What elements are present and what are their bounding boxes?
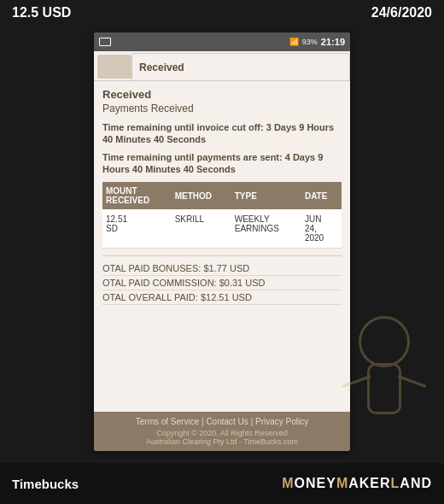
tab-area: Received	[94, 51, 350, 81]
payments-sent-text: Time remaining until payments are sent: …	[102, 151, 342, 176]
amount-label: 12.5 USD	[12, 5, 71, 21]
col-method: METHOD	[172, 182, 231, 209]
col-type: TYPE	[231, 182, 301, 209]
logo-land: L	[391, 476, 400, 490]
logo-money: M	[282, 476, 294, 490]
footer-copyright: Copyright © 2020. All Rights Reserved	[102, 429, 342, 437]
bottom-left-text: Timebucks	[12, 477, 79, 491]
payments-sent-block: Time remaining until payments are sent: …	[102, 151, 342, 176]
col-amount: MOUNTRECEIVED	[102, 182, 172, 209]
privacy-link[interactable]: Privacy Policy	[255, 417, 308, 426]
phone-frame: 📶 93% 21:19 Received Received Payments R…	[94, 32, 350, 451]
status-bar: 📶 93% 21:19	[94, 32, 350, 51]
battery-percent: 93%	[302, 38, 318, 46]
date-label: 24/6/2020	[371, 5, 432, 21]
content-area: Received Payments Received Time remainin…	[94, 81, 350, 312]
table-header: MOUNTRECEIVED METHOD TYPE DATE	[102, 182, 342, 209]
watermark-body	[367, 363, 401, 414]
bottom-bar: Timebucks MONEYMAKERLAND	[0, 463, 444, 504]
status-bar-left	[99, 38, 111, 46]
logo-maker: M	[336, 476, 348, 490]
table-row: 12.51SD SKRILL WEEKLYEARNINGS JUN24,2020	[102, 209, 342, 249]
col-date: DATE	[301, 182, 342, 209]
logo-and: AND	[400, 476, 432, 490]
logo-oney: ONEY	[295, 476, 336, 490]
invoice-cutoff-block: Time remaining until invoice cut off: 3 …	[102, 121, 342, 146]
watermark-arm-right	[398, 375, 427, 388]
time-display: 21:19	[321, 37, 345, 47]
section-subtitle: Payments Received	[102, 103, 342, 114]
watermark-head	[359, 316, 410, 367]
summary-overall: OTAL OVERALL PAID: $12.51 USD	[102, 290, 342, 305]
footer-company: Australian Clearing Pty Ltd - TimeBucks.…	[102, 437, 342, 446]
terms-link[interactable]: Terms of Service	[136, 417, 199, 426]
payments-table: MOUNTRECEIVED METHOD TYPE DATE 12.51SD S…	[102, 182, 342, 249]
top-bar: 12.5 USD 24/6/2020	[0, 0, 444, 26]
section-title: Received	[102, 88, 342, 101]
tab-active-label: Received	[139, 62, 184, 73]
contact-link[interactable]: Contact Us	[206, 417, 248, 426]
envelope-icon	[99, 38, 111, 46]
cell-type: WEEKLYEARNINGS	[231, 209, 301, 249]
summary-commission: OTAL PAID COMMISSION: $0.31 USD	[102, 276, 342, 290]
phone-footer: Terms of Service | Contact Us | Privacy …	[94, 412, 350, 451]
footer-links: Terms of Service | Contact Us | Privacy …	[102, 417, 342, 426]
cell-amount: 12.51SD	[102, 209, 172, 249]
cell-method: SKRILL	[172, 209, 231, 249]
status-bar-right: 📶 93% 21:19	[289, 37, 345, 47]
summary-section: OTAL PAID BONUSES: $1.77 USD OTAL PAID C…	[102, 255, 342, 305]
summary-bonuses: OTAL PAID BONUSES: $1.77 USD	[102, 261, 342, 276]
cell-date: JUN24,2020	[301, 209, 342, 249]
bottom-right-logo: MONEYMAKERLAND	[282, 476, 432, 491]
table-body: 12.51SD SKRILL WEEKLYEARNINGS JUN24,2020	[102, 209, 342, 249]
tab-inactive[interactable]	[97, 55, 131, 79]
wifi-icon: 📶	[289, 38, 299, 46]
logo-aker: AKER	[348, 476, 390, 490]
tab-active[interactable]: Received	[131, 53, 350, 80]
invoice-cutoff-text: Time remaining until invoice cut off: 3 …	[102, 121, 342, 146]
